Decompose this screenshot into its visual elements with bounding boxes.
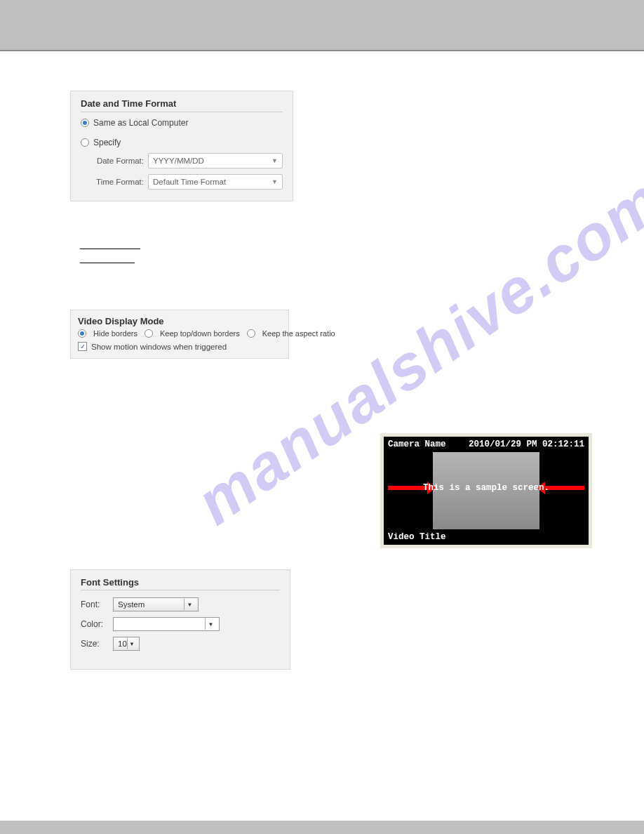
- vdm-opt-aspect[interactable]: Keep the aspect ratio: [262, 329, 335, 338]
- time-format-row: Time Format: Default Time Format ▼: [90, 174, 283, 190]
- radio-icon: [81, 119, 89, 127]
- radio-specify[interactable]: Specify: [81, 138, 283, 147]
- sample-text: This is a sample screen.: [384, 483, 589, 493]
- color-label: Color:: [81, 619, 106, 629]
- font-row: Font: System ▼: [81, 597, 280, 611]
- font-dropdown[interactable]: System ▼: [113, 597, 199, 611]
- footer-bar: [0, 821, 644, 834]
- font-settings-panel: Font Settings Font: System ▼ Color: ▼ Si…: [70, 569, 290, 670]
- radio-label: Specify: [93, 138, 121, 147]
- time-format-label: Time Format:: [90, 178, 144, 186]
- date-format-label: Date Format:: [90, 157, 144, 165]
- dropdown-value: YYYY/MM/DD: [153, 157, 204, 165]
- camera-name-label: Camera Name: [388, 439, 446, 449]
- color-row: Color: ▼: [81, 617, 280, 631]
- chevron-down-icon: ▼: [271, 178, 278, 185]
- datetime-format-panel: Date and Time Format Same as Local Compu…: [70, 91, 293, 201]
- chevron-down-icon: ▼: [205, 618, 216, 630]
- underline-block: [80, 238, 140, 263]
- video-display-mode-panel: Video Display Mode Hide borders Keep top…: [70, 310, 289, 359]
- radio-icon[interactable]: [78, 329, 86, 338]
- vdm-title: Video Display Mode: [78, 316, 281, 326]
- chevron-down-icon: ▼: [184, 599, 195, 610]
- size-row: Size: 10 ▼: [81, 637, 280, 651]
- dropdown-value: System: [118, 600, 145, 609]
- radio-icon[interactable]: [247, 329, 255, 338]
- timestamp-label: 2010/01/29 PM 02:12:11: [469, 439, 584, 449]
- radio-icon: [81, 138, 89, 147]
- radio-label: Same as Local Computer: [93, 118, 188, 128]
- sample-screen: Camera Name 2010/01/29 PM 02:12:11 This …: [380, 433, 592, 548]
- vdm-opt-hide[interactable]: Hide borders: [93, 329, 137, 338]
- vdm-radio-row: Hide borders Keep top/down borders Keep …: [78, 329, 281, 338]
- dropdown-value: 10: [118, 640, 127, 648]
- video-title-label: Video Title: [388, 532, 446, 542]
- vdm-check-label: Show motion windows when triggered: [91, 343, 227, 351]
- date-format-row: Date Format: YYYY/MM/DD ▼: [90, 153, 283, 168]
- size-label: Size:: [81, 639, 106, 649]
- size-dropdown[interactable]: 10 ▼: [113, 637, 140, 651]
- radio-same-as-local[interactable]: Same as Local Computer: [81, 118, 283, 128]
- font-label: Font:: [81, 600, 106, 609]
- chevron-down-icon: ▼: [271, 157, 278, 164]
- dropdown-value: Default Time Format: [153, 178, 226, 186]
- radio-icon[interactable]: [145, 329, 153, 338]
- color-dropdown[interactable]: ▼: [113, 617, 220, 631]
- vdm-show-motion-row[interactable]: ✓ Show motion windows when triggered: [78, 342, 281, 351]
- vdm-opt-keep-td[interactable]: Keep top/down borders: [160, 329, 240, 338]
- chevron-down-icon: ▼: [127, 638, 136, 649]
- font-settings-title: Font Settings: [81, 577, 280, 590]
- header-bar: [0, 0, 644, 51]
- datetime-panel-title: Date and Time Format: [81, 98, 283, 112]
- date-format-dropdown[interactable]: YYYY/MM/DD ▼: [148, 153, 283, 168]
- checkbox-icon: ✓: [78, 342, 87, 351]
- time-format-dropdown[interactable]: Default Time Format ▼: [148, 174, 283, 190]
